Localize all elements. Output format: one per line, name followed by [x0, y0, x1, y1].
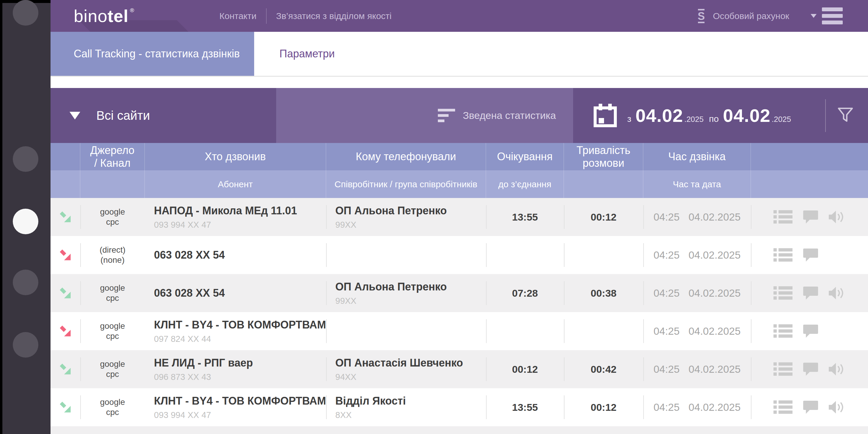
actions-cell	[751, 312, 868, 350]
waiting-cell	[486, 312, 564, 350]
source-line1: (direct)	[100, 245, 125, 255]
callee-extension: 99XX	[335, 296, 356, 306]
call-time-cell: 04:25 04.02.2025	[643, 198, 751, 236]
tab-parameters[interactable]: Параметри	[279, 32, 335, 76]
caller-name: 063 028 XX 54	[154, 249, 225, 261]
filter-funnel-icon[interactable]	[838, 107, 853, 124]
date-to-year: .2025	[772, 115, 791, 124]
details-icon[interactable]	[773, 324, 793, 338]
summary-statistics-button[interactable]: Зведена статистика	[438, 88, 556, 143]
sidebar-avatar[interactable]	[13, 146, 38, 172]
details-icon[interactable]	[773, 210, 793, 224]
call-time-value: 04:25	[654, 363, 680, 375]
callee-extension: 8XX	[335, 410, 352, 420]
comment-icon[interactable]	[803, 324, 818, 338]
date-range-picker[interactable]: з 04.02 .2025 по 04.02 .2025	[593, 88, 791, 143]
callee-extension: 99XX	[335, 220, 356, 230]
details-icon[interactable]	[773, 362, 793, 376]
site-selector-label: Всі сайти	[96, 108, 150, 123]
date-from-label: з	[627, 114, 631, 124]
top-navigation: Контакти Зв’язатися з відділом якості	[219, 0, 392, 32]
callee-cell: ОП Анастасія Шевченко 94XX	[326, 350, 486, 388]
header-source-line2: / Канал	[90, 157, 135, 169]
source-channel-cell: google cpc	[80, 312, 145, 350]
caller-name: КЛНТ - BY4 - ТОВ КОМФОРТВАМ	[154, 319, 326, 331]
account-caret-icon[interactable]	[811, 14, 816, 18]
callee-cell	[326, 236, 486, 274]
logo-text-light: bino	[74, 6, 107, 26]
call-date-value: 04.02.2025	[688, 325, 741, 337]
sidebar-avatar[interactable]	[13, 0, 38, 26]
call-time-value: 04:25	[654, 325, 680, 337]
waiting-cell: 13:55	[486, 388, 564, 426]
nav-quality-department[interactable]: Зв’язатися з відділом якості	[276, 11, 392, 21]
account-label: Особовий рахунок	[713, 11, 789, 21]
call-time-cell: 04:25 04.02.2025	[643, 236, 751, 274]
table-row: (direct) (none) 063 028 XX 54 04:25 04.0…	[51, 236, 868, 274]
comment-icon[interactable]	[803, 286, 818, 300]
table-subheader-row: Абонент Співробітник / група співробітни…	[51, 170, 868, 198]
table-row: google cpc НАПОД - Микола МЕд 11.01 093 …	[51, 198, 868, 236]
source-line2: cpc	[106, 293, 119, 303]
audio-icon[interactable]	[829, 362, 844, 376]
site-selector[interactable]: Всі сайти	[69, 88, 150, 143]
date-from-value: 04.02	[636, 105, 683, 126]
call-direction-icon	[59, 363, 72, 376]
call-direction-icon	[59, 211, 72, 223]
call-time-cell: 04:25 04.02.2025	[643, 274, 751, 312]
menu-icon[interactable]	[822, 7, 843, 24]
call-direction-cell	[51, 312, 80, 350]
call-time-cell: 04:25 04.02.2025	[643, 388, 751, 426]
comment-icon[interactable]	[803, 211, 818, 223]
call-time-value: 04:25	[654, 211, 680, 223]
subheader-actions-empty	[751, 170, 868, 198]
source-line2: cpc	[106, 369, 119, 379]
call-time-value: 04:25	[654, 401, 680, 413]
subheader-subscriber: Абонент	[145, 170, 326, 198]
audio-icon[interactable]	[829, 286, 844, 300]
call-date-value: 04.02.2025	[688, 249, 741, 261]
audio-icon[interactable]	[829, 210, 844, 224]
tab-call-tracking[interactable]: Call Tracking - статистика дзвінків	[51, 32, 254, 76]
details-icon[interactable]	[773, 400, 793, 414]
call-time-cell: 04:25 04.02.2025	[643, 312, 751, 350]
call-direction-icon	[59, 249, 72, 261]
personal-account[interactable]: S Особовий рахунок	[696, 0, 843, 32]
filter-toolbar: Всі сайти Зведена статистика з	[51, 88, 868, 143]
caller-cell: НЕ ЛИД - РПГ ваер 096 873 XX 43	[145, 350, 326, 388]
date-to-value: 04.02	[723, 105, 771, 126]
comment-icon[interactable]	[803, 401, 818, 414]
call-direction-icon	[59, 324, 72, 338]
header-direction	[51, 143, 80, 170]
subheader-duration-empty	[564, 170, 643, 198]
callee-extension: 94XX	[335, 372, 356, 382]
toolbar-divider	[825, 99, 826, 132]
callee-name: ОП Анастасія Шевченко	[335, 357, 463, 369]
audio-icon[interactable]	[829, 400, 844, 414]
duration-cell: 00:42	[564, 350, 643, 388]
sidebar-avatar[interactable]	[13, 332, 38, 358]
subheader-source	[80, 170, 145, 198]
call-direction-cell	[51, 388, 80, 426]
caller-cell: 063 028 XX 54	[145, 274, 326, 312]
waiting-value: 07:28	[512, 287, 538, 299]
duration-value: 00:12	[591, 402, 617, 413]
actions-cell	[751, 350, 868, 388]
details-icon[interactable]	[773, 248, 793, 262]
table-row: google cpc 063 028 XX 54 ОП Альона Петре…	[51, 274, 868, 312]
main-area: binotel® Контакти Зв’язатися з відділом …	[51, 0, 868, 434]
nav-contacts[interactable]: Контакти	[219, 11, 256, 21]
chevron-down-icon	[69, 112, 80, 120]
sidebar-avatar-active[interactable]	[13, 209, 38, 234]
caller-cell: КЛНТ - BY4 - ТОВ КОМФОРТВАМ 097 824 XX 4…	[145, 312, 326, 350]
comment-icon[interactable]	[803, 249, 818, 261]
duration-cell: 00:12	[564, 388, 643, 426]
sidebar-avatar[interactable]	[13, 270, 38, 295]
caller-cell: НАПОД - Микола МЕд 11.01 093 994 XX 47	[145, 198, 326, 236]
topbar: binotel® Контакти Зв’язатися з відділом …	[51, 0, 868, 32]
comment-icon[interactable]	[803, 363, 818, 376]
duration-cell: 00:12	[564, 198, 643, 236]
nav-divider	[266, 8, 267, 24]
caller-name: 063 028 XX 54	[154, 287, 225, 299]
details-icon[interactable]	[773, 286, 793, 300]
